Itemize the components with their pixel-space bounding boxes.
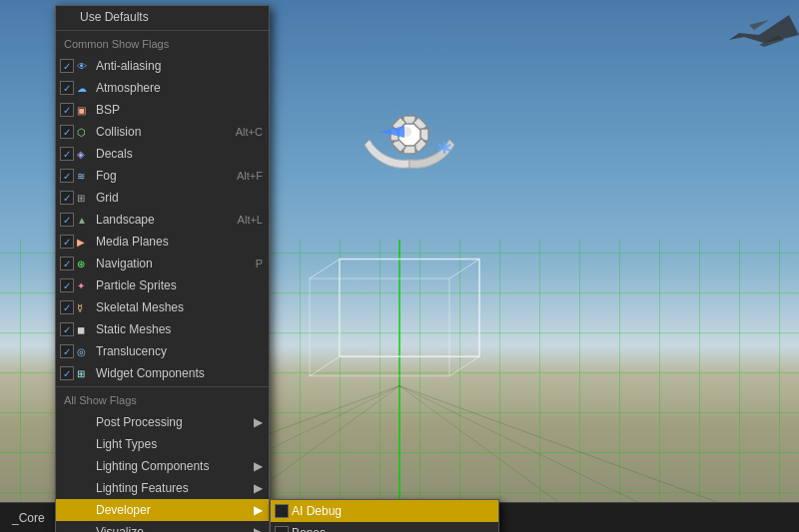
- svg-line-11: [449, 356, 479, 376]
- tab-core-label: _Core: [12, 511, 45, 525]
- label-anti-aliasing: Anti-aliasing: [96, 59, 161, 73]
- tab-core[interactable]: _Core: [0, 503, 58, 532]
- menu-item-static-meshes[interactable]: ◼ Static Meshes: [56, 318, 269, 340]
- shortcut-fog: Alt+F: [237, 170, 263, 182]
- all-flags-header: All Show Flags: [56, 389, 269, 411]
- arrow-lighting-features: ▶: [254, 481, 263, 495]
- menu-item-translucency[interactable]: ◎ Translucency: [56, 340, 269, 362]
- label-atmosphere: Atmosphere: [96, 81, 161, 95]
- common-flags-header: Common Show Flags: [56, 33, 269, 55]
- label-ai-debug: AI Debug: [292, 504, 342, 518]
- checkbox-atmosphere: [60, 81, 74, 95]
- icon-collision: ⬡: [77, 127, 93, 138]
- checkbox-ai-debug: [275, 504, 289, 518]
- menu-item-post-processing[interactable]: Post Processing ▶: [56, 411, 269, 433]
- all-section-label: All Show Flags: [60, 394, 137, 406]
- menu-item-light-types[interactable]: Light Types: [56, 433, 269, 455]
- dropdown-container: Use Defaults Common Show Flags 👁 Anti-al…: [55, 5, 270, 532]
- checkbox-particle-sprites: [60, 278, 74, 292]
- checkbox-collision: [60, 125, 74, 139]
- arrow-post-processing: ▶: [254, 415, 263, 429]
- menu-item-media-planes[interactable]: ▶ Media Planes: [56, 231, 269, 253]
- label-fog: Fog: [96, 169, 117, 183]
- submenu-item-ai-debug[interactable]: AI Debug: [271, 500, 498, 522]
- shortcut-collision: Alt+C: [236, 126, 263, 138]
- checkbox-bones: [275, 526, 289, 532]
- shortcut-navigation: P: [256, 258, 263, 269]
- menu-item-collision[interactable]: ⬡ Collision Alt+C: [56, 121, 269, 143]
- label-developer: Developer: [96, 503, 151, 517]
- separator-1: [56, 30, 269, 31]
- menu-item-lighting-components[interactable]: Lighting Components ▶: [56, 455, 269, 477]
- menu-item-atmosphere[interactable]: ☁ Atmosphere: [56, 77, 269, 99]
- menu-item-grid[interactable]: ⊞ Grid: [56, 187, 269, 209]
- menu-item-fog[interactable]: ≋ Fog Alt+F: [56, 165, 269, 187]
- scene-object: [350, 80, 469, 190]
- icon-skeletal-meshes: ☿: [77, 302, 93, 313]
- arrow-lighting-components: ▶: [254, 459, 263, 473]
- checkbox-bsp: [60, 103, 74, 117]
- arrow-visualize: ▶: [254, 525, 263, 532]
- label-lighting-features: Lighting Features: [96, 481, 189, 495]
- svg-line-9: [449, 259, 479, 278]
- svg-line-8: [310, 259, 340, 278]
- checkbox-decals: [60, 147, 74, 161]
- icon-decals: ◈: [77, 149, 93, 160]
- menu-item-developer[interactable]: Developer ▶ AI Debug Bones Composite Edi…: [56, 499, 269, 521]
- checkbox-fog: [60, 169, 74, 183]
- use-defaults-item[interactable]: Use Defaults: [56, 6, 269, 28]
- menu-item-widget-components[interactable]: ⊞ Widget Components: [56, 362, 269, 384]
- icon-widget-components: ⊞: [77, 368, 93, 379]
- icon-anti-aliasing: 👁: [77, 61, 93, 72]
- menu-item-navigation[interactable]: ⊛ Navigation P: [56, 253, 269, 274]
- menu-item-lighting-features[interactable]: Lighting Features ▶: [56, 477, 269, 499]
- label-translucency: Translucency: [96, 344, 167, 358]
- menu-item-bsp[interactable]: ▣ BSP: [56, 99, 269, 121]
- menu-item-visualize[interactable]: Visualize ▶: [56, 521, 269, 532]
- icon-fog: ≋: [77, 171, 93, 182]
- checkbox-anti-aliasing: [60, 59, 74, 73]
- menu-item-skeletal-meshes[interactable]: ☿ Skeletal Meshes: [56, 296, 269, 318]
- checkbox-translucency: [60, 344, 74, 358]
- label-particle-sprites: Particle Sprites: [96, 278, 177, 292]
- submenu-item-bones[interactable]: Bones: [271, 522, 498, 532]
- checkbox-static-meshes: [60, 322, 74, 336]
- label-bsp: BSP: [96, 103, 120, 117]
- icon-atmosphere: ☁: [77, 83, 93, 94]
- menu-item-landscape[interactable]: ▲ Landscape Alt+L: [56, 209, 269, 231]
- label-visualize: Visualize: [96, 525, 144, 532]
- label-landscape: Landscape: [96, 213, 155, 227]
- label-light-types: Light Types: [96, 437, 157, 451]
- menu-item-anti-aliasing[interactable]: 👁 Anti-aliasing: [56, 55, 269, 77]
- icon-grid: ⊞: [77, 193, 93, 204]
- label-navigation: Navigation: [96, 257, 153, 270]
- icon-media-planes: ▶: [77, 237, 93, 248]
- checkbox-landscape: [60, 213, 74, 227]
- label-lighting-components: Lighting Components: [96, 459, 209, 473]
- menu-item-decals[interactable]: ◈ Decals: [56, 143, 269, 165]
- label-decals: Decals: [96, 147, 133, 161]
- label-static-meshes: Static Meshes: [96, 322, 171, 336]
- label-grid: Grid: [96, 191, 119, 205]
- use-defaults-label: Use Defaults: [60, 10, 149, 24]
- menu-item-particle-sprites[interactable]: ✦ Particle Sprites: [56, 274, 269, 296]
- svg-line-10: [310, 356, 340, 376]
- label-skeletal-meshes: Skeletal Meshes: [96, 300, 184, 314]
- checkbox-grid: [60, 191, 74, 205]
- svg-rect-7: [340, 259, 479, 356]
- icon-landscape: ▲: [77, 215, 93, 226]
- developer-submenu: AI Debug Bones Composite Editor Primitiv…: [270, 499, 499, 532]
- icon-static-meshes: ◼: [77, 324, 93, 335]
- common-section-label: Common Show Flags: [60, 38, 169, 50]
- svg-rect-12: [310, 278, 449, 376]
- label-post-processing: Post Processing: [96, 415, 183, 429]
- shortcut-landscape: Alt+L: [238, 214, 263, 226]
- jet-object: [679, 5, 799, 65]
- label-media-planes: Media Planes: [96, 235, 169, 249]
- arrow-developer: ▶: [254, 503, 263, 517]
- checkbox-widget-components: [60, 366, 74, 380]
- checkbox-media-planes: [60, 235, 74, 249]
- icon-translucency: ◎: [77, 346, 93, 357]
- checkbox-navigation: [60, 257, 74, 270]
- label-bones: Bones: [292, 526, 326, 532]
